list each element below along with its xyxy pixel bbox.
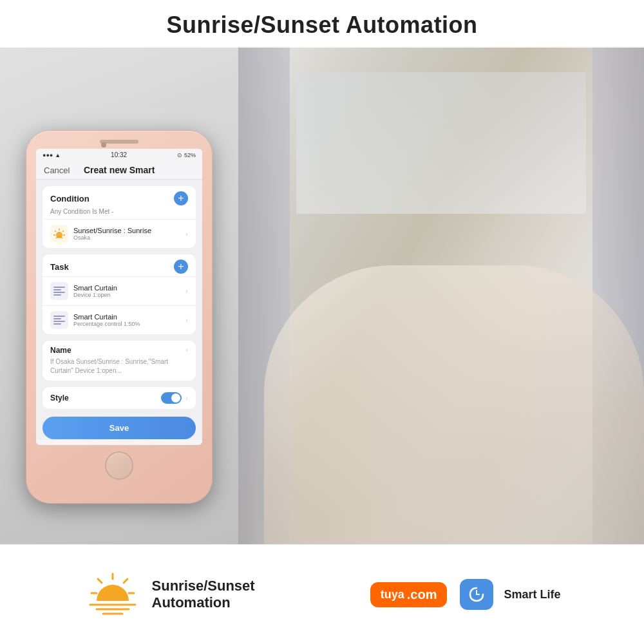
task-item-1-sub: Device 1:open [73,292,180,298]
task-card: Task + [43,254,196,334]
sunrise-illustration [84,569,142,620]
cancel-button[interactable]: Cancel [44,166,70,175]
condition-title: Condition [50,194,90,204]
curtain-icon-1 [50,282,68,300]
bottom-left: Sunrise/Sunset Automation [84,565,255,623]
svg-line-2 [55,231,56,232]
style-card[interactable]: Style › [43,387,196,409]
wifi-icon: ▲ [55,152,61,158]
page-title: Sunrise/Sunset Automation [0,12,644,39]
bedroom-image [238,46,644,587]
style-right: › [161,392,188,404]
add-condition-icon: + [178,193,184,204]
phone-mockup-container: ●●● ▲ 10:32 ⊙ 52% Cancel Creat new Smart [0,46,238,587]
tuya-domain: .com [407,587,437,602]
condition-item-main: Sunset/Sunrise : Sunrise [73,227,180,234]
svg-line-8 [124,579,128,583]
add-condition-button[interactable]: + [174,191,188,205]
svg-line-3 [62,231,64,232]
status-bar: ●●● ▲ 10:32 ⊙ 52% [36,149,202,161]
style-chevron-icon: › [185,394,188,402]
name-chevron-icon: › [185,346,188,354]
svg-line-7 [98,579,102,583]
condition-header: Condition + [43,186,196,208]
status-bar-left: ●●● ▲ [43,152,61,158]
name-row: Name If Osaka Sunset/Sunrise : Sunrise,"… [50,346,188,375]
task-item-1-text: Smart Curtain Device 1:open [73,284,180,298]
tuya-label: tuya [381,588,404,601]
condition-item-sub: Osaka [73,234,180,241]
window-area [296,72,586,214]
smartlife-badge [460,579,493,610]
task-item-1-main: Smart Curtain [73,284,180,292]
screen-title: Creat new Smart [84,165,155,175]
task-title: Task [50,262,69,272]
screen-content: Condition + Any Condition Is Met - [36,180,202,440]
smartlife-label: Smart Life [504,588,560,601]
battery-icon: ⊙ [177,152,182,158]
phone-screen: ●●● ▲ 10:32 ⊙ 52% Cancel Creat new Smart [36,149,202,445]
condition-item[interactable]: Sunset/Sunrise : Sunrise Osaka › [43,219,196,248]
task-item-2-main: Smart Curtain [73,313,180,321]
phone-camera [101,142,106,147]
task-item-1[interactable]: Smart Curtain Device 1:open › [43,276,196,305]
bottom-section: Sunrise/Sunset Automation tuya .com Smar… [0,544,644,644]
curtain-icon-2 [50,311,68,329]
task-item-2-sub: Percentage control 1:50% [73,321,180,327]
add-task-button[interactable]: + [174,260,188,274]
task-item-1-chevron: › [185,287,188,295]
sunrise-icon-container [84,565,142,623]
smartlife-container: Smart Life [460,579,560,610]
condition-card: Condition + Any Condition Is Met - [43,186,196,248]
phone-frame: ●●● ▲ 10:32 ⊙ 52% Cancel Creat new Smart [26,130,213,504]
page-header: Sunrise/Sunset Automation [0,0,644,48]
bottom-right: tuya .com Smart Life [370,579,561,610]
nav-bar: Cancel Creat new Smart [36,161,202,180]
smartlife-icon [466,584,487,605]
name-label: Name [50,346,185,355]
battery-level: 52% [184,152,196,158]
tuya-badge: tuya .com [370,582,448,607]
signal-strength: ●●● [43,152,53,158]
phone-home-button[interactable] [105,451,133,480]
style-label: Style [50,393,69,402]
add-task-icon: + [178,261,184,272]
condition-subtitle: Any Condition Is Met - [43,208,196,219]
task-header: Task + [43,254,196,276]
task-item-2-chevron: › [185,316,188,324]
style-toggle[interactable] [161,392,182,404]
name-value: If Osaka Sunset/Sunrise : Sunrise,"Smart… [50,357,185,375]
task-item-2[interactable]: Smart Curtain Percentage control 1:50% › [43,305,196,334]
bedroom-background [238,46,644,587]
name-card[interactable]: Name If Osaka Sunset/Sunrise : Sunrise,"… [43,341,196,381]
main-content: ●●● ▲ 10:32 ⊙ 52% Cancel Creat new Smart [0,46,644,587]
sunrise-condition-icon [50,225,68,243]
bottom-text-line2: Automation [152,594,255,611]
name-content: Name If Osaka Sunset/Sunrise : Sunrise,"… [50,346,185,375]
task-item-2-text: Smart Curtain Percentage control 1:50% [73,313,180,327]
toggle-thumb [171,393,180,402]
bottom-text-line1: Sunrise/Sunset [152,578,255,594]
condition-item-text: Sunset/Sunrise : Sunrise Osaka [73,227,180,241]
save-button[interactable]: Save [43,417,196,439]
condition-chevron-icon: › [185,230,188,238]
status-bar-right: ⊙ 52% [177,152,196,158]
status-time: 10:32 [111,151,127,158]
bottom-text-block: Sunrise/Sunset Automation [152,578,255,612]
person-area [264,265,644,587]
